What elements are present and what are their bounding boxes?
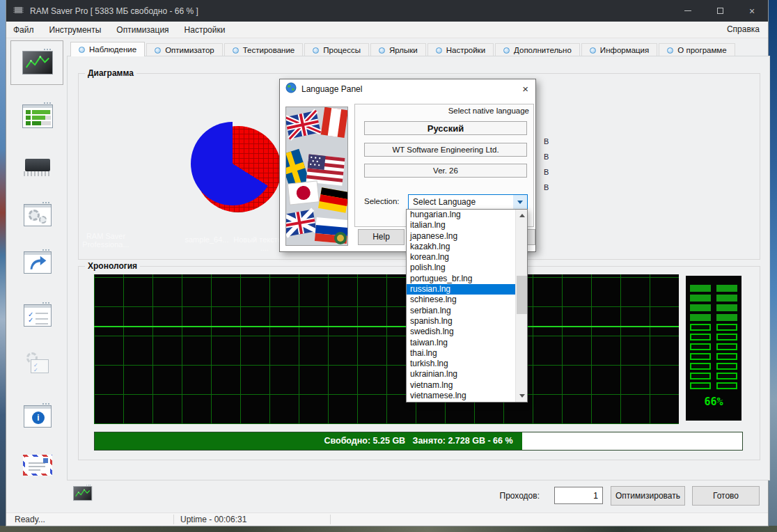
language-list-item[interactable]: hungarian.lng	[407, 210, 515, 220]
led-row	[686, 363, 741, 370]
led-row	[686, 285, 741, 292]
tab-label: Информация	[600, 46, 649, 54]
tab[interactable]: Информация	[581, 43, 657, 56]
checklist-icon: ✓ ✓	[24, 304, 52, 327]
dialog-titlebar[interactable]: Language Panel ×	[280, 79, 535, 98]
language-list-item[interactable]: korean.lng	[407, 252, 515, 263]
close-button[interactable]: ×	[736, 0, 768, 22]
status-ready-text: Ready...	[15, 515, 45, 524]
sidebar-item-advanced[interactable]: ✓✓	[9, 352, 66, 376]
desktop-ghost-label: RAM Saver Professiona...	[71, 232, 141, 249]
passes-label: Проходов:	[470, 491, 540, 501]
tab[interactable]: Процессы	[304, 43, 369, 56]
led-meter: 66%	[686, 276, 741, 421]
titlebar[interactable]: RAM Saver Pro [ 5383 МБ свободно - 66 % …	[6, 0, 768, 22]
language-dropdown-list: hungarian.lngitalian.lngjapanese.lngkaza…	[406, 209, 528, 402]
globe-icon	[285, 82, 297, 95]
menu-item[interactable]: Файл	[13, 25, 34, 35]
language-list-item[interactable]: japanese.lng	[407, 231, 515, 242]
menubar: ФайлИнструментыОптимизацияНастройки	[6, 22, 768, 38]
tab[interactable]: Ярлыки	[370, 43, 426, 56]
gears-icon	[24, 204, 52, 226]
led-segment	[716, 324, 737, 331]
clipped-stat-text: B	[544, 168, 549, 176]
language-list-item[interactable]: vietnam.lng	[407, 380, 515, 391]
tab[interactable]: О программе	[659, 43, 735, 56]
sidebar-item-monitoring[interactable]	[9, 51, 66, 75]
clipped-stat-text: B	[544, 183, 549, 191]
combobox-value: Select Language	[409, 197, 476, 207]
language-list-item[interactable]: portugues_br.lng	[407, 274, 515, 284]
menu-item-help[interactable]: Справка	[727, 24, 760, 34]
language-list-item[interactable]: schinese.lng	[407, 295, 515, 305]
sidebar-item-contact[interactable]	[9, 455, 66, 476]
mini-monitor-icon	[73, 486, 92, 501]
led-grid	[686, 285, 741, 389]
tab-label: Дополнительно	[514, 46, 572, 54]
tab[interactable]: Тестирование	[224, 43, 304, 56]
language-list-item[interactable]: italian.lng	[407, 220, 515, 230]
led-row	[686, 343, 741, 350]
sidebar-item-memory-test[interactable]	[9, 155, 66, 178]
ram-chip-app-icon	[13, 6, 24, 17]
sidebar-item-settings[interactable]: ✓ ✓	[9, 304, 66, 327]
language-list-item[interactable]: vietnamese.lng	[407, 391, 515, 401]
tab[interactable]: Оптимизатор	[146, 43, 223, 56]
language-combobox[interactable]: Select Language	[408, 194, 528, 210]
language-list-item[interactable]: turkish.lng	[407, 359, 515, 369]
done-button[interactable]: Готово	[692, 486, 760, 506]
version-box: Ver. 26	[364, 164, 527, 178]
language-list-item[interactable]: russian.lng	[407, 284, 515, 295]
language-list-item[interactable]: kazakh.lng	[407, 242, 515, 252]
led-segment	[690, 295, 711, 302]
language-list-item[interactable]: thai.lng	[407, 348, 515, 359]
tab[interactable]: Наблюдение	[70, 42, 145, 56]
dialog-close-icon[interactable]: ×	[522, 84, 528, 94]
optimize-button[interactable]: Оптимизировать	[611, 486, 685, 506]
language-list-items: hungarian.lngitalian.lngjapanese.lngkaza…	[407, 210, 515, 402]
select-native-language-caption: Select native language	[448, 107, 529, 115]
language-list-item[interactable]: serbian.lng	[407, 306, 515, 316]
language-list-item[interactable]: ukrainian.lng	[407, 369, 515, 380]
tab-radio-icon	[503, 47, 510, 54]
minimize-button[interactable]	[672, 0, 704, 22]
passes-input[interactable]	[554, 487, 603, 504]
led-segment	[716, 353, 737, 360]
menu-item[interactable]: Инструменты	[49, 25, 102, 35]
led-row	[686, 324, 741, 331]
history-chart	[94, 274, 679, 424]
dialog-title: Language Panel	[301, 84, 362, 94]
scroll-up-arrow-icon[interactable]	[516, 210, 528, 221]
diagram-group-label: Диаграмма	[85, 68, 136, 78]
scroll-down-arrow-icon[interactable]	[516, 390, 528, 402]
language-list-item[interactable]: polish.lng	[407, 263, 515, 273]
menu-item[interactable]: Оптимизация	[116, 25, 168, 35]
menu-item[interactable]: Настройки	[185, 25, 226, 35]
language-list-item[interactable]: spanish.lng	[407, 316, 515, 327]
led-segment	[690, 363, 711, 370]
sidebar-item-processes[interactable]	[9, 204, 66, 226]
sidebar-item-information[interactable]: i	[9, 405, 66, 428]
maximize-button[interactable]	[704, 0, 736, 22]
sidebar-item-optimizer[interactable]	[9, 104, 66, 128]
led-percent-label: 66%	[686, 396, 741, 408]
scrollbar-thumb[interactable]	[517, 276, 527, 314]
list-scrollbar[interactable]	[515, 210, 527, 402]
sidebar-item-shortcuts[interactable]	[9, 251, 66, 274]
tab-strip: Наблюдение Оптимизатор Тестирование Проц…	[70, 42, 761, 56]
language-list-item[interactable]: swedish.lng	[407, 327, 515, 337]
combobox-dropdown-button[interactable]	[513, 195, 527, 209]
tab[interactable]: Настройки	[427, 43, 494, 56]
tab[interactable]: Дополнительно	[495, 43, 580, 56]
status-separator	[330, 515, 331, 524]
help-button[interactable]: Help	[358, 229, 405, 245]
language-list-item[interactable]: taiwan.lng	[407, 338, 515, 348]
tab-label: Настройки	[446, 46, 485, 54]
memory-progress-fill: Свободно: 5.25 GB Занято: 2.728 GB - 66 …	[95, 432, 522, 450]
tab-label: Наблюдение	[89, 45, 136, 54]
status-uptime-text: Uptime - 00:06:31	[180, 515, 246, 524]
close-icon: ×	[749, 6, 755, 16]
led-segment	[690, 304, 711, 311]
led-segment	[716, 285, 737, 292]
maximize-icon	[717, 8, 723, 14]
